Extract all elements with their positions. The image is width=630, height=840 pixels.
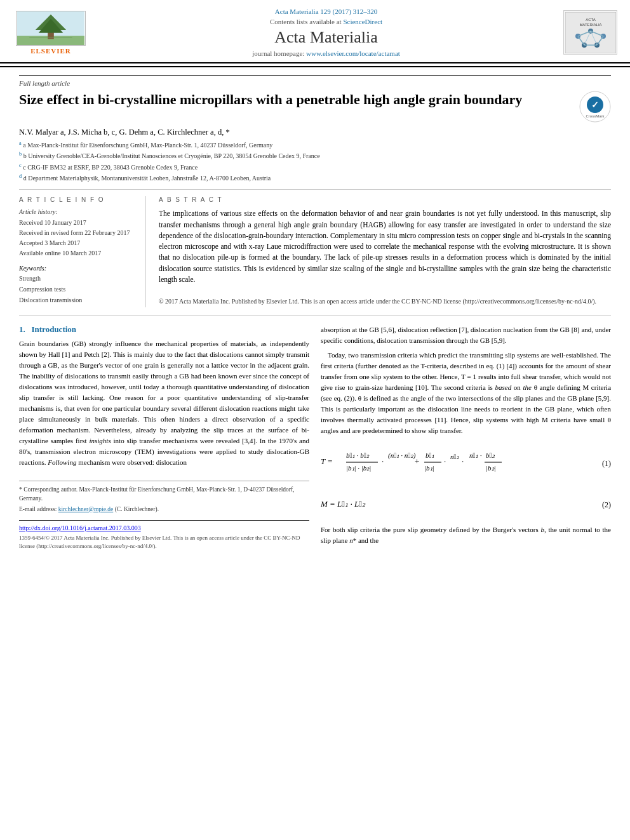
article-info-column: A R T I C L E I N F O Article history: R… xyxy=(19,196,146,307)
journal-homepage: journal homepage: www.elsevier.com/locat… xyxy=(89,50,563,57)
corresponding-author-note: * Corresponding author. Max-Planck-Insti… xyxy=(19,485,309,503)
crossmark-badge[interactable]: ✓ CrossMark xyxy=(579,91,611,123)
affiliation-c: c c CRG-IF BM32 at ESRF, BP 220, 38043 G… xyxy=(19,162,611,172)
page: ELSEVIER Acta Materialia 129 (2017) 312–… xyxy=(0,0,630,840)
formula-1-content: T = b⃗₁ · b⃗₂ |b₁| · |b₂| · (n⃗₁ · n⃗₂) … xyxy=(321,445,596,483)
svg-text:MATERIALIA: MATERIALIA xyxy=(579,23,601,27)
keywords-section: Keywords: Strength Compression tests Dis… xyxy=(19,265,136,305)
keywords-label: Keywords: xyxy=(19,265,136,272)
license-text: © 2017 Acta Materialia Inc. Published by… xyxy=(159,298,596,305)
page-footer: http://dx.doi.org/10.1016/j.actamat.2017… xyxy=(19,520,309,551)
footer-doi: http://dx.doi.org/10.1016/j.actamat.2017… xyxy=(19,524,309,531)
formula-2-number: (2) xyxy=(602,500,611,510)
article-type-label: Full length article xyxy=(19,75,611,87)
right-body-text: absorption at the GB [5,6], dislocation … xyxy=(321,324,611,436)
svg-text:CrossMark: CrossMark xyxy=(586,114,605,118)
intro-body-text: Grain boundaries (GB) strongly influence… xyxy=(19,338,309,469)
right-body-text-2: For both slip criteria the pure slip geo… xyxy=(321,524,611,546)
elsevier-brand-text: ELSEVIER xyxy=(30,47,71,55)
affiliations: a a Max-Planck-Institut für Eisenforschu… xyxy=(19,140,611,183)
svg-text:|b₁| · |b₂|: |b₁| · |b₂| xyxy=(346,464,371,472)
article-title: Size effect in bi-crystalline micropilla… xyxy=(19,91,579,109)
article-title-row: Size effect in bi-crystalline micropilla… xyxy=(19,91,611,123)
svg-text:(n⃗₁ · n⃗₂): (n⃗₁ · n⃗₂) xyxy=(388,451,416,460)
authors-line: N.V. Malyar a, J.S. Micha b, c, G. Dehm … xyxy=(19,128,611,137)
body-columns: 1. Introduction Grain boundaries (GB) st… xyxy=(19,324,611,551)
svg-text:T =: T = xyxy=(321,457,333,466)
email-note: E-mail address: kirchlechner@mpie.de (C.… xyxy=(19,505,309,514)
section-divider xyxy=(19,189,611,190)
formula-2-block: M = L⃗₁ · L⃗₂ (2) xyxy=(321,491,611,518)
svg-text:+: + xyxy=(415,457,419,466)
svg-text:M = L⃗₁ · L⃗₂: M = L⃗₁ · L⃗₂ xyxy=(321,499,366,509)
article-dates: Received 10 January 2017 Received in rev… xyxy=(19,218,136,258)
keywords-list: Strength Compression tests Dislocation t… xyxy=(19,273,136,305)
sciencedirect-link[interactable]: ScienceDirect xyxy=(343,18,382,25)
svg-text:b⃗₂: b⃗₂ xyxy=(486,451,495,459)
body-right-column: absorption at the GB [5,6], dislocation … xyxy=(321,324,611,551)
affiliation-d: d d Department Materialphysik, Montanuni… xyxy=(19,173,611,183)
svg-text:·: · xyxy=(382,457,384,466)
elsevier-tree-image xyxy=(16,11,86,46)
svg-text:·: · xyxy=(462,457,464,466)
abstract-text: The implications of various size effects… xyxy=(159,208,611,307)
journal-title: Acta Materialia xyxy=(89,28,563,47)
email-link[interactable]: kirchlechner@mpie.de xyxy=(58,506,114,512)
formula-1-block: T = b⃗₁ · b⃗₂ |b₁| · |b₂| · (n⃗₁ · n⃗₂) … xyxy=(321,443,611,485)
svg-text:·: · xyxy=(444,457,446,466)
affiliation-a: a a Max-Planck-Institut für Eisenforschu… xyxy=(19,140,611,150)
footnotes-area: * Corresponding author. Max-Planck-Insti… xyxy=(19,481,309,514)
svg-text:b⃗₁ · b⃗₂: b⃗₁ · b⃗₂ xyxy=(346,451,370,459)
journal-center: Acta Materialia 129 (2017) 312–320 Conte… xyxy=(89,8,563,57)
svg-text:ACTA: ACTA xyxy=(586,18,596,22)
svg-text:|b₂|: |b₂| xyxy=(486,464,496,472)
abstract-heading: A B S T R A C T xyxy=(159,196,611,203)
right-journal-logo: ACTA MATERIALIA xyxy=(563,10,617,55)
history-label: Article history: xyxy=(19,208,136,215)
article-info-abstract: A R T I C L E I N F O Article history: R… xyxy=(19,196,611,307)
svg-text:n⃗₂: n⃗₂ xyxy=(450,453,460,460)
homepage-url[interactable]: www.elsevier.com/locate/actamat xyxy=(306,50,400,57)
article-info-heading: A R T I C L E I N F O xyxy=(19,196,136,203)
journal-doi-line: Acta Materialia 129 (2017) 312–320 xyxy=(89,8,563,15)
abstract-column: A B S T R A C T The implications of vari… xyxy=(159,196,611,307)
intro-section-title: 1. Introduction xyxy=(19,324,309,335)
footer-issn: 1359-6454/© 2017 Acta Materialia Inc. Pu… xyxy=(19,534,309,551)
article-content: Full length article Size effect in bi-cr… xyxy=(0,67,630,564)
body-divider xyxy=(19,315,611,316)
svg-text:✓: ✓ xyxy=(591,100,599,110)
contents-line: Contents lists available at ScienceDirec… xyxy=(89,18,563,25)
body-left-column: 1. Introduction Grain boundaries (GB) st… xyxy=(19,324,309,551)
formula-1-number: (1) xyxy=(602,459,611,469)
svg-text:n⃗₁ ·: n⃗₁ · xyxy=(469,451,482,459)
affiliation-b: b b University Grenoble/CEA-Grenoble/Ins… xyxy=(19,150,611,161)
svg-text:|b₁|: |b₁| xyxy=(424,464,434,472)
journal-header: ELSEVIER Acta Materialia 129 (2017) 312–… xyxy=(0,0,630,67)
formula-2-content: M = L⃗₁ · L⃗₂ xyxy=(321,494,596,516)
elsevier-logo: ELSEVIER xyxy=(13,11,89,55)
svg-text:b⃗₁: b⃗₁ xyxy=(426,451,434,459)
